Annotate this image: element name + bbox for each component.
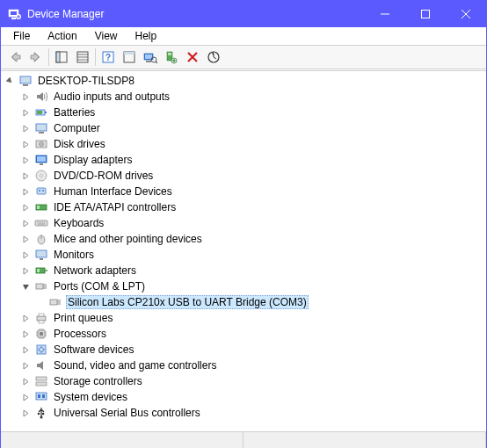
tree-category[interactable]: Print queues — [4, 310, 483, 326]
svg-rect-41 — [36, 250, 47, 257]
action-button[interactable] — [119, 47, 140, 68]
uninstall-device-button[interactable] — [182, 47, 203, 68]
category-label: Processors — [52, 327, 108, 341]
tree-category[interactable]: Monitors — [4, 247, 483, 263]
category-icon — [34, 121, 48, 135]
toolbar: ? — [1, 45, 486, 69]
svg-rect-42 — [40, 258, 43, 260]
tree-category[interactable]: Software devices — [4, 342, 483, 358]
tree-category[interactable]: Audio inputs and outputs — [4, 89, 483, 105]
expand-icon[interactable] — [20, 313, 31, 323]
tree-category[interactable]: Computer — [4, 120, 483, 136]
scan-hardware-button[interactable] — [140, 47, 161, 68]
tree-category[interactable]: Storage controllers — [4, 373, 483, 389]
collapse-icon[interactable] — [4, 76, 15, 86]
category-label: Keyboards — [52, 216, 105, 230]
expand-icon[interactable] — [20, 91, 31, 102]
tree-category[interactable]: System devices — [4, 389, 483, 405]
svg-rect-55 — [36, 382, 47, 386]
category-label: Storage controllers — [52, 374, 144, 388]
back-button[interactable] — [4, 47, 25, 68]
tree-category[interactable]: Processors — [4, 326, 483, 342]
tree-category[interactable]: Sound, video and game controllers — [4, 358, 483, 373]
svg-rect-24 — [37, 111, 42, 114]
expand-icon[interactable] — [20, 202, 31, 213]
tree-category[interactable]: DVD/CD-ROM drives — [4, 168, 483, 184]
help-button[interactable]: ? — [98, 47, 119, 68]
svg-text:?: ? — [105, 53, 111, 62]
device-item[interactable]: Silicon Labs CP210x USB to UART Bridge (… — [4, 294, 483, 310]
category-label: Disk drives — [52, 137, 107, 151]
category-label: Software devices — [52, 343, 135, 357]
expand-icon[interactable] — [20, 139, 31, 149]
svg-rect-20 — [20, 76, 31, 83]
category-icon — [34, 406, 48, 420]
tree-category[interactable]: Keyboards — [4, 215, 483, 231]
close-button[interactable] — [446, 1, 486, 27]
category-label: Batteries — [52, 105, 97, 119]
svg-rect-17 — [168, 53, 171, 55]
minimize-button[interactable] — [365, 1, 405, 27]
expand-icon[interactable] — [20, 360, 31, 371]
category-icon — [34, 137, 48, 151]
tree-category[interactable]: Batteries — [4, 105, 483, 120]
expand-icon[interactable] — [20, 123, 31, 134]
expand-icon[interactable] — [20, 408, 31, 418]
category-icon — [34, 169, 48, 183]
expand-icon[interactable] — [20, 186, 31, 197]
svg-rect-60 — [42, 413, 44, 415]
tree-category[interactable]: Ports (COM & LPT) — [4, 278, 483, 294]
status-cell — [243, 432, 486, 448]
menu-help[interactable]: Help — [127, 28, 166, 44]
app-icon — [8, 7, 22, 21]
svg-rect-21 — [23, 84, 28, 86]
svg-point-28 — [40, 142, 44, 147]
tree-category[interactable]: Human Interface Devices — [4, 184, 483, 199]
expand-icon[interactable] — [20, 376, 31, 387]
tree-root[interactable]: DESKTOP-TILSDP8 — [4, 73, 483, 89]
expand-icon[interactable] — [20, 329, 31, 339]
menu-view[interactable]: View — [86, 28, 127, 44]
svg-point-36 — [42, 190, 44, 191]
tree-category[interactable]: Disk drives — [4, 136, 483, 152]
category-label: Computer — [52, 121, 102, 135]
svg-point-35 — [39, 190, 40, 191]
update-driver-button[interactable] — [203, 47, 224, 68]
expand-icon[interactable] — [20, 265, 31, 276]
tree-category[interactable]: Display adapters — [4, 152, 483, 168]
menu-file[interactable]: File — [4, 28, 39, 44]
expand-icon[interactable] — [20, 107, 31, 118]
expand-icon[interactable] — [20, 218, 31, 228]
menu-action[interactable]: Action — [39, 28, 85, 44]
category-label: Human Interface Devices — [52, 184, 174, 199]
svg-rect-4 — [422, 11, 430, 18]
category-icon — [34, 358, 48, 372]
svg-rect-31 — [40, 163, 43, 165]
device-tree[interactable]: DESKTOP-TILSDP8 Audio inputs and outputs… — [1, 71, 486, 423]
svg-rect-30 — [37, 156, 46, 162]
properties-button[interactable] — [72, 47, 93, 68]
expand-icon[interactable] — [20, 392, 31, 402]
tree-category[interactable]: Network adapters — [4, 263, 483, 278]
svg-rect-58 — [42, 394, 45, 398]
category-icon — [34, 311, 48, 325]
show-hide-console-button[interactable] — [51, 47, 72, 68]
category-label: Display adapters — [52, 153, 134, 167]
category-label: System devices — [52, 390, 129, 404]
expand-icon[interactable] — [20, 344, 31, 355]
svg-rect-2 — [11, 18, 16, 19]
tree-category[interactable]: IDE ATA/ATAPI controllers — [4, 199, 483, 215]
expand-icon[interactable] — [20, 249, 31, 260]
svg-rect-54 — [36, 377, 47, 380]
expand-icon[interactable] — [20, 155, 31, 165]
expand-icon[interactable] — [20, 234, 31, 244]
svg-rect-49 — [39, 321, 44, 323]
maximize-button[interactable] — [405, 1, 446, 27]
tree-category[interactable]: Mice and other pointing devices — [4, 231, 483, 247]
add-legacy-hardware-button[interactable] — [161, 47, 182, 68]
tree-category[interactable]: Universal Serial Bus controllers — [4, 405, 483, 421]
expand-icon[interactable] — [20, 170, 31, 181]
forward-button[interactable] — [25, 47, 47, 68]
title-bar: Device Manager — [1, 1, 486, 27]
collapse-icon[interactable] — [20, 281, 31, 292]
